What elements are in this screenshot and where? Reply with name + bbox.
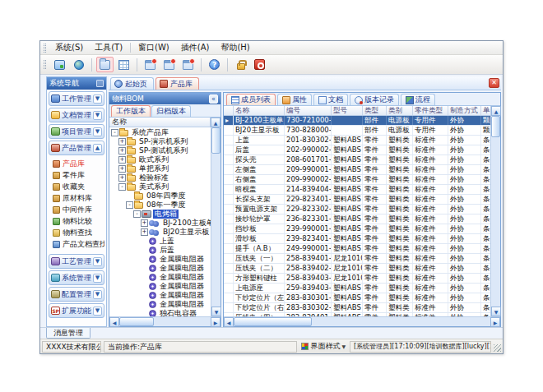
expand-icon[interactable]: + — [118, 147, 126, 154]
table-row[interactable]: 下纱定位片（右）283-830302-00I塑料ABS零件塑料类标准件外协条 — [224, 303, 490, 313]
chevron-up-icon[interactable]: ▲ — [93, 144, 102, 153]
sidebar-item-收藏夹[interactable]: 收藏夹 — [53, 182, 104, 192]
chevron-down-icon[interactable]: ▼ — [93, 307, 102, 316]
menu-item[interactable]: 系统(S) — [49, 41, 89, 54]
tree-node[interactable]: 金属膜电阻器 — [109, 291, 211, 300]
tree-column-header[interactable]: 名称 — [109, 118, 211, 127]
table-row[interactable]: 暗枧盖214-839404-01I塑料ABS零件塑料类标准件外协条 — [224, 185, 490, 195]
tab-成员列表[interactable]: 成员列表 — [226, 94, 276, 105]
sidebar-item-产品库[interactable]: 产品库 — [53, 159, 104, 169]
sidebar-group-系统管理[interactable]: 系统管理▼ — [49, 270, 104, 285]
table-row[interactable]: 提手（A.B）249-990001-01I塑料ABS零件塑料类标准件外协条 — [224, 244, 490, 254]
collapse-icon[interactable]: - — [111, 129, 118, 136]
power-button[interactable] — [251, 57, 268, 72]
window-badge-button[interactable] — [179, 57, 197, 72]
monitor-button[interactable] — [51, 57, 68, 72]
column-header-编号[interactable]: 编号 — [285, 106, 332, 115]
scrollbar-thumb[interactable] — [491, 116, 500, 137]
table-row[interactable]: 右侧盖209-990002-01I塑料ABS零件塑料类标准件外协条 — [224, 175, 490, 185]
scroll-right-icon[interactable]: ▶ — [211, 317, 220, 327]
scrollbar-thumb[interactable] — [119, 317, 154, 326]
tree-node[interactable]: +BJ20主显示板 — [109, 228, 211, 237]
table-row[interactable]: 滑纱板239-823401-00I塑料ABS零件塑料类标准件外协条 — [224, 234, 490, 244]
table-row[interactable]: 方形塑料键柱258-839403-00I尼龙1010零件塑料类标准件外协条 — [224, 274, 490, 284]
scroll-up-icon[interactable]: ▲ — [211, 118, 220, 127]
doc-tab-产品库[interactable]: 产品库 — [155, 77, 199, 90]
workspace-folder-button[interactable] — [96, 57, 114, 72]
table-row[interactable]: 探头壳208-601701-01I塑料ABS零件塑料类标准件外协条 — [224, 155, 490, 165]
table-row[interactable]: 左侧盖209-990001-01I塑料ABS零件塑料类标准件外协条 — [224, 165, 490, 175]
tab-文档[interactable]: 文档 — [313, 94, 348, 105]
tab-版本记录[interactable]: 版本记录 — [350, 94, 399, 105]
doc-tab-起始页[interactable]: 起始页 — [110, 77, 154, 90]
table-row[interactable]: BJ-2100主板单点730-721000-12I部件电源板专用件外协颗 — [224, 116, 490, 126]
close-tab-button[interactable]: ✕ — [489, 78, 499, 88]
table-row[interactable]: 挡纱板239-990001-01I塑料ABS零件塑料类标准件外协条 — [224, 224, 490, 234]
scroll-left-icon[interactable]: ◀ — [224, 317, 234, 327]
column-header-类型[interactable]: 类型 — [363, 106, 387, 115]
tree-node[interactable]: 金属膜电阻器 — [109, 273, 211, 282]
sidebar-item-中间件库[interactable]: 中间件库 — [53, 205, 104, 215]
globe-button[interactable] — [70, 57, 87, 72]
sidebar-item-零件库[interactable]: 零件库 — [53, 170, 104, 181]
menu-item[interactable]: 窗口(W) — [132, 41, 175, 54]
panel-collapse-icon[interactable]: « — [209, 95, 218, 104]
sidebar-options-icon[interactable] — [96, 80, 104, 87]
tab-工作版本[interactable]: 工作版本 — [111, 105, 151, 117]
scroll-down-icon[interactable]: ▼ — [211, 307, 221, 316]
menu-item[interactable]: 帮助(H) — [215, 41, 255, 54]
sidebar-item-原材料库[interactable]: 原材料库 — [53, 193, 104, 204]
tree-node[interactable]: 金属膜电阻器 — [109, 300, 211, 309]
collapse-icon[interactable]: - — [126, 201, 133, 209]
tree-node[interactable]: +欧式系列 — [109, 155, 211, 164]
column-header-类别[interactable]: 类别 — [387, 106, 413, 115]
table-row[interactable]: 压线夹（一）258-839401-00I尼龙1010零件塑料类标准件外协条 — [224, 254, 490, 264]
collapse-icon[interactable]: - — [133, 210, 141, 218]
column-header-单位[interactable]: 单位 — [481, 106, 490, 115]
expand-icon[interactable]: + — [118, 138, 126, 145]
window-badge-button[interactable] — [160, 57, 178, 72]
tree-node[interactable]: 金属膜电阻器 — [109, 255, 211, 264]
chevron-down-icon[interactable]: ▼ — [93, 257, 102, 266]
menu-item[interactable]: 插件(A) — [175, 41, 216, 54]
scroll-left-icon[interactable]: ◀ — [109, 317, 119, 327]
chevron-down-icon[interactable]: ▼ — [93, 95, 102, 104]
tree-node[interactable]: 独石电容器 — [109, 309, 211, 316]
tab-属性[interactable]: 属性 — [277, 94, 312, 105]
expand-icon[interactable]: + — [118, 174, 126, 182]
sidebar-group-配置管理[interactable]: 配置管理▼ — [49, 287, 104, 302]
tree-node[interactable]: +SP-测试机系列 — [109, 146, 211, 155]
menubar-grip[interactable] — [44, 44, 46, 53]
tree-node[interactable]: +检验标准 — [109, 173, 211, 182]
help-button[interactable] — [206, 57, 223, 72]
grid-horizontal-scrollbar[interactable]: ◀ ▶ — [224, 316, 500, 326]
tree-node[interactable]: 金属膜电阻器 — [109, 264, 211, 273]
sidebar-group-工作管理[interactable]: 工作管理▼ — [49, 91, 104, 106]
sidebar-item-物料比较[interactable]: 物料比较 — [53, 216, 104, 227]
column-header-型号[interactable]: 型号 — [332, 106, 363, 115]
scrollbar-thumb[interactable] — [211, 127, 220, 154]
toolbar-grip[interactable] — [44, 60, 46, 69]
expand-icon[interactable]: + — [118, 156, 126, 164]
window-badge-button[interactable] — [142, 57, 159, 72]
chevron-down-icon[interactable]: ▼ — [93, 290, 102, 299]
tree-node[interactable]: 金属膜电阻器 — [109, 282, 211, 291]
sidebar-group-项目管理[interactable]: 项目管理▼ — [49, 124, 104, 139]
expand-icon[interactable]: + — [118, 165, 126, 173]
sidebar-item-物料查找[interactable]: 物料查找 — [53, 228, 104, 238]
tree-node[interactable]: 上盖 — [109, 237, 211, 246]
scroll-up-icon[interactable]: ▲ — [491, 106, 501, 116]
sidebar-item-产品文档查找[interactable]: 产品文档查找 — [53, 239, 104, 250]
tree-node[interactable]: +单把系列 — [109, 164, 211, 173]
tree-vertical-scrollbar[interactable]: ▼ — [211, 127, 220, 316]
table-row[interactable]: 下纱定位片（左）283-830301-00I塑料ABS零件塑料类标准件外协条 — [224, 293, 490, 303]
scroll-right-icon[interactable]: ▶ — [490, 317, 500, 327]
column-header-零件类型[interactable]: 零件类型 — [413, 106, 448, 115]
tree-node[interactable]: -电烤箱 — [109, 210, 211, 219]
table-row[interactable]: 预置电源支架229-823302-00I塑料ABS零件塑料类标准件外协条 — [224, 205, 490, 214]
tree-node[interactable]: 后盖 — [109, 246, 211, 255]
chevron-down-icon[interactable]: ▼ — [93, 127, 102, 136]
grid-vertical-scrollbar[interactable]: ▲ ▼ — [490, 106, 500, 316]
collapse-icon[interactable]: - — [118, 183, 126, 191]
table-row[interactable]: 长探头支架229-823401-00I塑料ABS零件塑料类标准件外协条 — [224, 195, 490, 205]
